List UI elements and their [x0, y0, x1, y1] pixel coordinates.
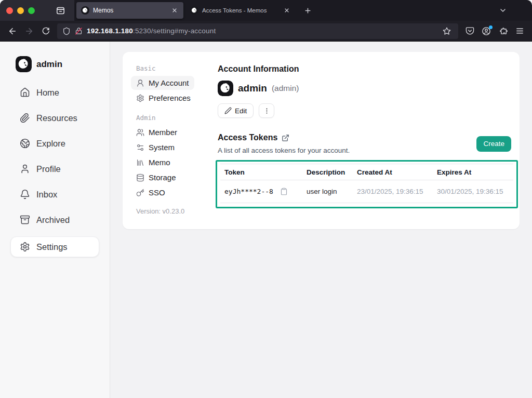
memos-app: admin Home Resources Explore Profile Inb…: [0, 42, 532, 398]
url-bar[interactable]: 192.168.1.180:5230/setting#my-account: [57, 23, 458, 39]
settings-nav-label: System: [149, 143, 175, 152]
close-window-button[interactable]: [6, 7, 13, 14]
firefox-view-icon[interactable]: [54, 4, 67, 17]
tab-title: Memos: [93, 7, 167, 14]
token-value: eyJh****2--8: [224, 188, 273, 195]
settings-nav-system[interactable]: System: [131, 140, 180, 154]
settings-nav-sso[interactable]: SSO: [131, 185, 170, 200]
extensions-puzzle-icon[interactable]: [495, 23, 511, 39]
tab-close-icon[interactable]: [283, 6, 291, 15]
cog-icon: [136, 94, 144, 102]
zoom-window-button[interactable]: [28, 7, 35, 14]
copy-token-icon[interactable]: [280, 188, 288, 195]
token-created-at: 23/01/2025, 19:36:15: [353, 188, 433, 195]
sidebar-item-label: Profile: [36, 164, 61, 174]
home-icon: [20, 87, 30, 98]
user-avatar: [16, 56, 32, 72]
archive-icon: [20, 215, 30, 225]
database-icon: [136, 174, 144, 182]
kebab-icon: [263, 107, 271, 115]
section-label-basic: Basic: [136, 64, 218, 72]
account-icon[interactable]: [478, 23, 495, 39]
library-icon: [136, 158, 144, 167]
settings-nav-label: Memo: [149, 158, 170, 167]
bell-icon: [20, 189, 30, 200]
sidebar-item-home[interactable]: Home: [10, 84, 99, 101]
edit-button[interactable]: Edit: [218, 103, 254, 118]
account-username: admin: [238, 83, 267, 94]
settings-nav-my-account[interactable]: My Account: [131, 76, 194, 90]
pocket-icon[interactable]: [461, 23, 478, 39]
forward-button[interactable]: [21, 23, 37, 39]
paperclip-icon: [20, 113, 30, 123]
token-table-row: eyJh****2--8 user login 23/01/2025, 19:3…: [220, 180, 513, 203]
sidebar-item-label: Home: [36, 88, 59, 98]
my-account-panel: Account Information admin (admin): [218, 64, 511, 229]
settings-nav-member[interactable]: Member: [131, 125, 182, 139]
sidebar-item-inbox[interactable]: Inbox: [10, 185, 99, 203]
settings-nav-memo[interactable]: Memo: [131, 155, 176, 169]
account-notification-dot: [489, 25, 493, 29]
more-options-button[interactable]: [259, 103, 274, 118]
create-token-button[interactable]: Create: [476, 136, 511, 152]
gear-icon: [20, 242, 30, 252]
sidebar-item-settings[interactable]: Settings: [10, 236, 99, 257]
sidebar-item-label: Inbox: [36, 190, 57, 200]
sidebar-item-profile[interactable]: Profile: [10, 160, 99, 178]
version-label: Version: v0.23.0: [136, 207, 218, 215]
sidebar-item-archived[interactable]: Archived: [10, 211, 99, 229]
external-link-icon[interactable]: [282, 134, 289, 142]
account-avatar: [218, 81, 233, 96]
settings-nav-preferences[interactable]: Preferences: [131, 91, 196, 105]
settings-nav: Basic My Account Preferences Admin Membe…: [136, 64, 218, 229]
access-tokens-title-block: Access Tokens A list of all access token…: [218, 133, 350, 154]
minimize-window-button[interactable]: [17, 7, 24, 14]
settings-nav-label: Member: [149, 128, 177, 137]
edit-button-label: Edit: [235, 107, 247, 115]
sidebar-item-explore[interactable]: Explore: [10, 135, 99, 152]
back-button[interactable]: [4, 23, 21, 39]
tab-memos[interactable]: Memos: [76, 2, 183, 19]
user-round-icon: [136, 79, 144, 87]
sidebar-item-label: Archived: [36, 215, 70, 225]
titlebar: [0, 0, 74, 21]
section-label-admin: Admin: [136, 114, 218, 122]
settings-nav-label: SSO: [149, 188, 165, 197]
column-header-created-at: Created At: [353, 168, 433, 176]
account-user-line: admin (admin): [218, 81, 511, 96]
menu-hamburger-icon[interactable]: [511, 23, 528, 39]
bookmark-star-icon[interactable]: [441, 25, 453, 37]
new-tab-button[interactable]: [300, 3, 315, 18]
url-host: 192.168.1.180: [87, 27, 133, 35]
settings-nav-label: Storage: [149, 173, 176, 182]
insecure-lock-icon[interactable]: [75, 27, 83, 35]
tab-close-icon[interactable]: [170, 6, 179, 15]
account-role: (admin): [272, 84, 299, 93]
access-tokens-header: Access Tokens A list of all access token…: [218, 133, 511, 154]
reload-button[interactable]: [37, 23, 54, 39]
browser-window: Memos Access Tokens - Memos: [0, 0, 532, 398]
user-icon: [20, 164, 30, 174]
sliders-icon: [136, 143, 144, 152]
tab-strip: Memos Access Tokens - Memos: [0, 0, 532, 21]
tab-access-tokens[interactable]: Access Tokens - Memos: [185, 2, 296, 19]
list-all-tabs-chevron-icon[interactable]: [496, 3, 510, 18]
account-information-heading: Account Information: [218, 64, 511, 74]
annotation-highlight-box: Token Description Created At Expires At …: [216, 160, 518, 208]
tab-title: Access Tokens - Memos: [202, 7, 279, 14]
access-tokens-heading: Access Tokens: [218, 133, 277, 142]
sidebar-item-label: Resources: [36, 113, 77, 123]
sidebar-item-label: Explore: [36, 139, 65, 149]
settings-nav-label: My Account: [149, 78, 189, 87]
token-description: user login: [302, 188, 353, 195]
tracking-shield-icon[interactable]: [62, 27, 71, 35]
column-header-expires-at: Expires At: [433, 168, 513, 176]
user-menu[interactable]: admin: [10, 56, 99, 72]
sidebar-item-resources[interactable]: Resources: [10, 109, 99, 127]
pencil-icon: [224, 107, 232, 114]
settings-nav-storage[interactable]: Storage: [131, 170, 181, 184]
sidebar-item-label: Settings: [36, 242, 68, 252]
globe-icon: [20, 138, 30, 149]
memos-favicon: [190, 6, 198, 15]
memos-favicon: [81, 6, 89, 15]
